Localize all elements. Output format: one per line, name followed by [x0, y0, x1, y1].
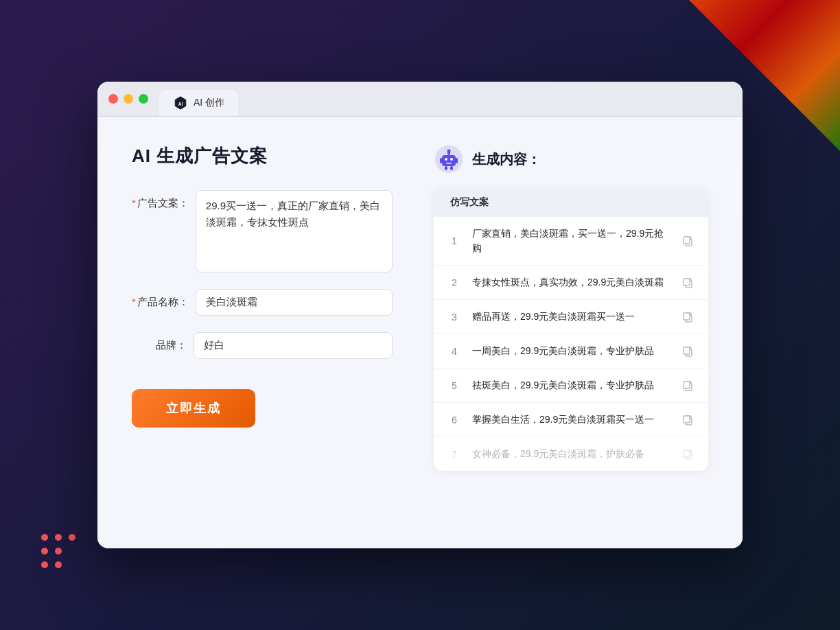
table-row: 6 掌握美白生活，29.9元美白淡斑霜买一送一 [434, 403, 708, 437]
copy-icon[interactable] [681, 345, 695, 358]
table-row: 5 祛斑美白，29.9元美白淡斑霜，专业护肤品 [434, 369, 708, 403]
row-number: 2 [447, 277, 461, 288]
svg-rect-14 [684, 237, 690, 244]
row-number: 5 [447, 380, 461, 391]
copy-icon[interactable] [681, 310, 695, 324]
svg-rect-24 [684, 416, 690, 423]
row-number: 1 [447, 235, 461, 246]
browser-tab[interactable]: AI AI 创作 [159, 90, 238, 116]
copy-icon[interactable] [681, 379, 695, 393]
svg-rect-18 [684, 313, 690, 320]
svg-rect-9 [440, 158, 442, 163]
brand-group: 品牌： [132, 332, 393, 359]
browser-window: AI AI 创作 AI 生成广告文案 *广告文案： 29.9买一送一，真正的厂家… [97, 82, 743, 548]
brand-label: 品牌： [132, 332, 187, 352]
product-name-label: *产品名称： [132, 289, 189, 309]
svg-text:AI: AI [178, 102, 183, 106]
row-text: 专抹女性斑点，真实功效，29.9元美白淡斑霜 [472, 275, 670, 290]
copy-icon[interactable] [681, 413, 695, 427]
left-panel: AI 生成广告文案 *广告文案： 29.9买一送一，真正的厂家直销，美白淡斑霜，… [132, 144, 393, 521]
traffic-light-minimize[interactable] [124, 94, 133, 104]
table-row: 2 专抹女性斑点，真实功效，29.9元美白淡斑霜 [434, 266, 708, 300]
svg-rect-8 [446, 163, 452, 164]
right-panel: 生成内容： 仿写文案 1 厂家直销，美白淡斑霜，买一送一，29.9元抢购 2 专… [434, 144, 708, 521]
row-text: 掌握美白生活，29.9元美白淡斑霜买一送一 [472, 412, 670, 427]
row-number: 4 [447, 346, 461, 357]
browser-content: AI 生成广告文案 *广告文案： 29.9买一送一，真正的厂家直销，美白淡斑霜，… [97, 117, 743, 548]
traffic-light-fullscreen[interactable] [139, 94, 148, 104]
svg-point-7 [447, 150, 451, 153]
product-name-input[interactable] [196, 289, 393, 316]
result-header: 生成内容： [434, 144, 708, 174]
svg-rect-12 [450, 166, 453, 170]
ad-copy-group: *广告文案： 29.9买一送一，真正的厂家直销，美白淡斑霜，专抹女性斑点 [132, 190, 393, 272]
row-text: 一周美白，29.9元美白淡斑霜，专业护肤品 [472, 344, 670, 358]
brand-input[interactable] [194, 332, 393, 359]
svg-rect-16 [684, 279, 690, 285]
svg-rect-20 [684, 347, 690, 354]
svg-rect-22 [684, 382, 690, 388]
row-text: 祛斑美白，29.9元美白淡斑霜，专业护肤品 [472, 378, 670, 393]
product-name-group: *产品名称： [132, 289, 393, 316]
svg-rect-5 [450, 158, 453, 161]
tab-title: AI 创作 [194, 97, 224, 109]
robot-icon [434, 144, 464, 174]
row-number: 6 [447, 415, 461, 425]
page-title: AI 生成广告文案 [132, 144, 393, 168]
copy-icon[interactable] [681, 276, 695, 290]
ad-copy-label: *广告文案： [132, 190, 189, 210]
traffic-light-close[interactable] [108, 94, 118, 104]
svg-rect-10 [456, 158, 458, 163]
row-text: 女神必备，29.9元美白淡斑霜，护肤必备 [472, 447, 670, 461]
svg-rect-3 [442, 155, 456, 166]
table-row: 4 一周美白，29.9元美白淡斑霜，专业护肤品 [434, 334, 708, 369]
traffic-lights [108, 94, 148, 112]
copy-icon[interactable] [681, 447, 695, 461]
tab-ai-icon: AI [173, 95, 188, 110]
ad-copy-textarea[interactable]: 29.9买一送一，真正的厂家直销，美白淡斑霜，专抹女性斑点 [196, 190, 393, 272]
result-title: 生成内容： [472, 150, 541, 169]
row-text: 赠品再送，29.9元美白淡斑霜买一送一 [472, 310, 670, 324]
svg-rect-4 [445, 158, 447, 161]
row-number: 7 [447, 449, 461, 460]
row-text: 厂家直销，美白淡斑霜，买一送一，29.9元抢购 [472, 226, 670, 255]
result-table: 仿写文案 1 厂家直销，美白淡斑霜，买一送一，29.9元抢购 2 专抹女性斑点，… [434, 188, 708, 471]
ad-copy-required-star: * [132, 197, 136, 209]
svg-rect-11 [445, 166, 447, 170]
product-name-required-star: * [132, 296, 136, 307]
result-rows-container: 1 厂家直销，美白淡斑霜，买一送一，29.9元抢购 2 专抹女性斑点，真实功效，… [434, 217, 708, 471]
result-table-header: 仿写文案 [434, 188, 708, 217]
table-row: 7 女神必备，29.9元美白淡斑霜，护肤必备 [434, 437, 708, 471]
table-row: 3 赠品再送，29.9元美白淡斑霜买一送一 [434, 300, 708, 334]
table-row: 1 厂家直销，美白淡斑霜，买一送一，29.9元抢购 [434, 217, 708, 266]
svg-rect-26 [684, 450, 690, 457]
row-number: 3 [447, 312, 461, 323]
generate-button[interactable]: 立即生成 [132, 389, 255, 428]
browser-chrome: AI AI 创作 [97, 82, 743, 117]
copy-icon[interactable] [681, 234, 695, 248]
